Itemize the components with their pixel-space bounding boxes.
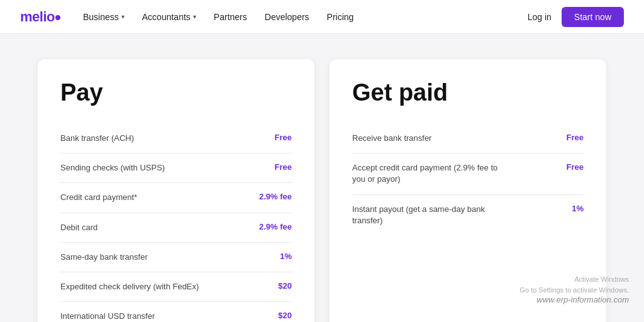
logo-dot	[55, 15, 60, 20]
activate-windows-text: Activate Windows Go to Settings to activ…	[519, 274, 629, 295]
watermark-url: www.erp-information.com	[519, 295, 629, 304]
logo[interactable]: melio	[20, 9, 60, 25]
row-label: Bank transfer (ACH)	[60, 133, 134, 144]
nav-link-pricing[interactable]: Pricing	[327, 12, 354, 22]
logo-text: melio	[20, 9, 55, 25]
row-label: Receive bank transfer	[352, 133, 431, 144]
row-value: 1%	[280, 252, 292, 261]
login-button[interactable]: Log in	[528, 12, 552, 22]
chevron-down-icon: ▾	[193, 13, 196, 20]
row-value: Free	[567, 133, 584, 142]
row-label: Accept credit card payment (2.9% fee to …	[352, 162, 503, 185]
pricing-row: Credit card payment* 2.9% fee	[60, 183, 292, 213]
watermark: Activate Windows Go to Settings to activ…	[519, 274, 629, 304]
row-value: 2.9% fee	[259, 192, 292, 201]
row-label: Debit card	[60, 222, 97, 233]
row-value: 2.9% fee	[259, 222, 292, 231]
pricing-row: Sending checks (with USPS) Free	[60, 153, 292, 183]
row-label: Expedited check delivery (with FedEx)	[60, 281, 199, 292]
pay-card-title: Pay	[60, 79, 292, 106]
start-button[interactable]: Start now	[562, 7, 624, 27]
get-paid-card-title: Get paid	[352, 79, 584, 106]
row-value: Free	[567, 162, 584, 172]
pricing-row: Bank transfer (ACH) Free	[60, 124, 292, 153]
nav-link-accountants[interactable]: Accountants ▾	[142, 12, 196, 22]
nav-link-partners[interactable]: Partners	[214, 12, 247, 22]
pricing-row: Same-day bank transfer 1%	[60, 243, 292, 272]
row-label: Same-day bank transfer	[60, 252, 148, 263]
row-label: International USD transfer	[60, 311, 155, 322]
row-label: Credit card payment*	[60, 192, 137, 203]
nav-actions: Log in Start now	[528, 7, 624, 27]
pricing-row: Accept credit card payment (2.9% fee to …	[352, 153, 584, 194]
pricing-row: Instant payout (get a same-day bank tran…	[352, 195, 584, 235]
row-value: 1%	[572, 204, 584, 213]
pricing-row: International USD transfer $20	[60, 302, 292, 322]
pay-card: Pay Bank transfer (ACH) Free Sending che…	[38, 59, 314, 322]
row-value: Free	[275, 133, 292, 142]
row-value: $20	[278, 281, 292, 291]
chevron-down-icon: ▾	[121, 13, 125, 20]
nav-link-developers[interactable]: Developers	[265, 12, 309, 22]
pricing-row: Expedited check delivery (with FedEx) $2…	[60, 272, 292, 302]
pricing-row: Debit card 2.9% fee	[60, 213, 292, 243]
row-label: Instant payout (get a same-day bank tran…	[352, 204, 503, 226]
navbar: melio Business ▾ Accountants ▾ Partners …	[0, 0, 644, 34]
nav-link-business[interactable]: Business ▾	[83, 12, 125, 22]
row-label: Sending checks (with USPS)	[60, 162, 165, 174]
nav-links: Business ▾ Accountants ▾ Partners Develo…	[83, 12, 528, 22]
row-value: $20	[278, 311, 292, 320]
pricing-row: Receive bank transfer Free	[352, 124, 584, 153]
row-value: Free	[275, 162, 292, 172]
